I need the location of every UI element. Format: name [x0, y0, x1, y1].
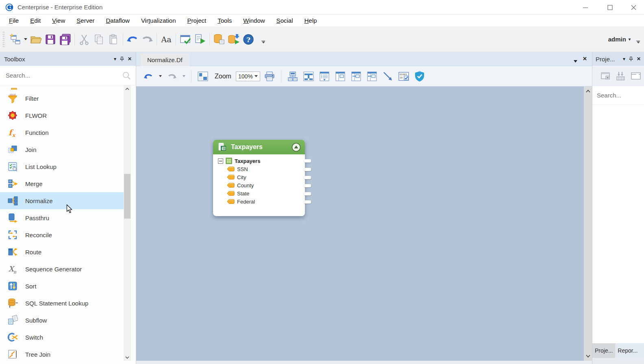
copy-button[interactable]	[91, 32, 106, 47]
output-port[interactable]	[304, 168, 311, 171]
tab-normalize-df[interactable]: Normalize.Df	[140, 53, 189, 66]
scroll-up-button[interactable]	[584, 88, 592, 95]
output-port[interactable]	[304, 184, 311, 187]
close-project-icon[interactable]	[600, 71, 611, 81]
menu-tools[interactable]: Tools	[212, 17, 237, 24]
output-port[interactable]	[304, 192, 311, 195]
tab-project-explorer[interactable]: Proje...	[592, 343, 615, 358]
tab-reports[interactable]: Repor...	[615, 343, 640, 358]
scroll-up-button[interactable]	[124, 85, 131, 92]
close-button[interactable]	[624, 0, 643, 15]
pin-icon[interactable]	[629, 56, 633, 61]
close-icon[interactable]: ✕	[128, 56, 132, 61]
toolbox-item-tree-join[interactable]: Tree Join	[0, 346, 124, 363]
caret-down-icon[interactable]: ▾	[114, 56, 116, 61]
taxpayers-node[interactable]: x Taxpayers	[213, 140, 305, 216]
open-button[interactable]	[28, 32, 43, 47]
preview-data-button[interactable]: 01001 10	[397, 70, 410, 83]
expand-all-button[interactable]	[318, 70, 331, 83]
zoom-select[interactable]: 100%	[236, 72, 260, 81]
undo-button[interactable]	[142, 70, 155, 83]
paste-button[interactable]	[106, 32, 121, 47]
toolbox-item-sql-statement-lookup[interactable]: SQL Statement Lookup	[0, 295, 124, 312]
validate-shield-button[interactable]	[413, 70, 426, 83]
dataflow-canvas[interactable]: x Taxpayers	[136, 87, 584, 361]
menu-virtualization[interactable]: Virtualization	[135, 17, 182, 24]
toolbox-item-switch[interactable]: Switch	[0, 329, 124, 346]
toolbox-item-flwor[interactable]: FLWOR	[0, 107, 124, 124]
project-search-input[interactable]	[596, 91, 644, 99]
deploy-button[interactable]	[226, 32, 241, 47]
project-tree-area[interactable]	[592, 105, 644, 343]
new-dropdown-button[interactable]	[23, 32, 28, 47]
run-dataflow-button[interactable]	[193, 32, 207, 47]
font-button[interactable]: Aa	[159, 32, 174, 47]
toolbox-item-list-lookup[interactable]: List Lookup	[0, 158, 124, 175]
tab-list-dropdown[interactable]	[574, 57, 577, 64]
output-port[interactable]	[304, 176, 311, 179]
menu-project[interactable]: Project	[182, 17, 212, 24]
menu-social[interactable]: Social	[271, 17, 299, 24]
node-field-row[interactable]: State	[213, 189, 305, 197]
output-port[interactable]	[304, 159, 311, 162]
toolbar-overflow-button[interactable]	[636, 41, 640, 44]
toolbox-item-passthru[interactable]: Passthru	[0, 209, 124, 226]
collapse-node-button[interactable]	[292, 143, 301, 152]
toolbox-item-sort[interactable]: Sort	[0, 277, 124, 295]
undo-dropdown[interactable]	[158, 70, 163, 83]
toolbox-search-input[interactable]	[5, 72, 122, 79]
canvas-scrollbar[interactable]	[584, 87, 592, 361]
undo-button[interactable]	[125, 32, 140, 47]
horizontal-layout-button[interactable]	[302, 70, 315, 83]
menu-edit[interactable]: Edit	[24, 17, 46, 24]
new-window-icon[interactable]	[631, 71, 641, 81]
search-icon[interactable]	[122, 71, 131, 80]
toolbar-grip[interactable]	[2, 31, 5, 48]
toolbox-item-merge[interactable]: Merge	[0, 175, 124, 192]
minimize-button[interactable]	[576, 0, 595, 15]
toolbar-overflow-button[interactable]	[261, 41, 265, 44]
database-source-button[interactable]	[212, 32, 226, 47]
node-field-row[interactable]: City	[213, 173, 305, 181]
verify-dataflow-button[interactable]	[178, 32, 193, 47]
panel-resize-button[interactable]	[366, 70, 379, 83]
close-icon[interactable]: ✕	[637, 56, 641, 61]
maximize-button[interactable]	[600, 0, 619, 15]
panel-expand-button[interactable]	[350, 70, 363, 83]
menu-window[interactable]: Window	[237, 17, 270, 24]
save-button[interactable]	[43, 32, 58, 47]
output-port[interactable]	[304, 200, 311, 204]
import-fields-icon[interactable]	[616, 71, 626, 81]
toolbox-item-reconcile[interactable]: Reconcile	[0, 226, 124, 243]
cut-button[interactable]	[77, 32, 91, 47]
save-all-button[interactable]	[58, 32, 72, 47]
node-field-row[interactable]: SSN	[213, 165, 305, 173]
toolbox-item-join[interactable]: Join	[0, 141, 124, 158]
toolbox-item-route[interactable]: Route	[0, 243, 124, 260]
auto-layout-button[interactable]	[286, 70, 299, 83]
toolbox-item-function[interactable]: f x Function	[0, 124, 124, 141]
toolbox-header[interactable]: Toolbox ▾ ✕	[0, 52, 136, 66]
menu-help[interactable]: Help	[298, 17, 322, 24]
menu-view[interactable]: View	[46, 17, 71, 24]
redo-button[interactable]	[140, 32, 154, 47]
node-root-row[interactable]: Taxpayers	[213, 157, 305, 165]
taxpayers-node-header[interactable]: x Taxpayers	[213, 140, 305, 154]
redo-button[interactable]	[165, 70, 178, 83]
help-button[interactable]: ?	[241, 32, 256, 47]
node-field-row[interactable]: Federal	[213, 197, 305, 206]
project-panel-header[interactable]: Proje... ▾ ✕	[592, 52, 644, 66]
caret-down-icon[interactable]: ▾	[623, 56, 625, 61]
toolbox-item-filter[interactable]: 10110 Filter	[0, 90, 124, 107]
menu-file[interactable]: File	[3, 17, 24, 24]
node-field-row[interactable]: County	[213, 181, 305, 189]
collapse-expander-icon[interactable]	[218, 158, 223, 164]
print-button[interactable]	[263, 70, 276, 83]
scroll-thumb[interactable]	[124, 174, 131, 219]
scroll-down-button[interactable]	[584, 353, 592, 360]
scroll-down-button[interactable]	[124, 354, 131, 361]
redo-dropdown[interactable]	[181, 70, 186, 83]
overview-button[interactable]	[196, 70, 209, 83]
toolbox-item-normalize[interactable]: Normalize	[0, 192, 124, 209]
admin-menu[interactable]: admin ▾	[608, 36, 631, 43]
